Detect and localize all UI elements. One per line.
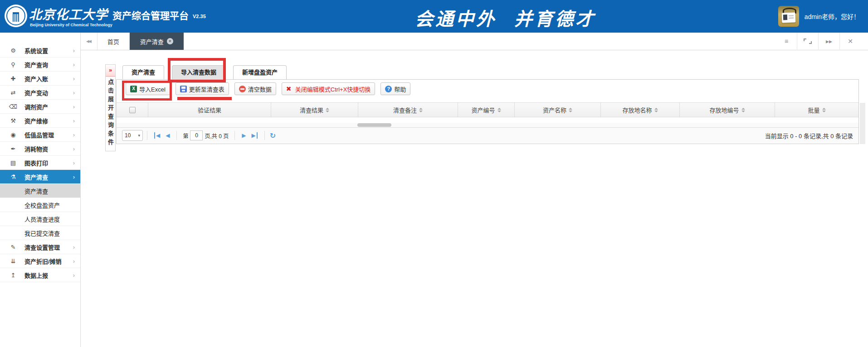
- university-logo-icon: [5, 5, 27, 27]
- divider: [147, 131, 147, 140]
- help-button[interactable]: 帮助: [380, 82, 410, 95]
- chevron-right-icon: ›: [73, 89, 75, 96]
- button-label: 帮助: [394, 85, 406, 93]
- col-location-no[interactable]: 存放地编号: [680, 103, 775, 117]
- subtab-import-check-data[interactable]: 导入清查数据: [172, 65, 225, 79]
- chevron-right-icon: ›: [73, 117, 75, 124]
- app-header: 北京化工大学 Beijing University of Chemical Te…: [0, 0, 868, 33]
- subtab-asset-check[interactable]: 资产清查: [122, 65, 164, 79]
- close-icon[interactable]: ✕: [840, 38, 861, 45]
- record-summary: 当前显示 0 - 0 条记录,共 0 条记录: [765, 131, 853, 140]
- flask-icon: ⚗: [7, 174, 19, 180]
- sidebar-item-data-report[interactable]: ↥ 数据上报 ›: [0, 268, 80, 282]
- sidebar-item-asset-repair[interactable]: ⚒ 资产维修 ›: [0, 114, 80, 128]
- column-label: 存放地名称: [622, 106, 652, 114]
- divider: [234, 131, 235, 140]
- col-location-name[interactable]: 存放地名称: [601, 103, 680, 117]
- sidebar-item-system-settings[interactable]: ⚙ 系统设置 ›: [0, 43, 80, 58]
- sidebar-subitem-asset-check[interactable]: 资产清查: [0, 184, 80, 198]
- menu-icon[interactable]: ≡: [776, 38, 797, 45]
- page-number-input[interactable]: [190, 130, 203, 140]
- next-page-button[interactable]: ▶: [242, 132, 246, 139]
- sidebar-subitem-personnel-check-progress[interactable]: 人员清查进度: [0, 212, 80, 226]
- sidebar-item-asset-transfer[interactable]: ⌫ 调剂资产 ›: [0, 100, 80, 114]
- chevron-right-icon: ›: [73, 244, 75, 251]
- divider: [176, 131, 177, 140]
- sidebar-item-asset-check[interactable]: ⚗ 资产清查 ›: [0, 170, 80, 184]
- sidebar-item-consumables[interactable]: ✒ 消耗物资 ›: [0, 142, 80, 156]
- chevron-right-icon: ›: [73, 61, 75, 68]
- sidebar-item-asset-depreciation[interactable]: ⇊ 资产折旧/摊销 ›: [0, 254, 80, 268]
- last-page-button[interactable]: ▶: [251, 132, 257, 139]
- col-asset-name[interactable]: 资产名称: [515, 103, 601, 117]
- sidebar-label: 资产维修: [24, 116, 48, 125]
- col-asset-no[interactable]: 资产编号: [458, 103, 515, 117]
- col-check-result[interactable]: 清查结果: [271, 103, 358, 117]
- close-edit-mode-button[interactable]: 关闭编辑模式Ctrl+X快捷切换: [282, 82, 375, 95]
- sidebar-label: 资产清查: [24, 173, 48, 181]
- column-label: 资产名称: [543, 106, 566, 114]
- column-label: 资产编号: [471, 106, 495, 114]
- expand-icon[interactable]: [797, 38, 818, 45]
- sort-icon: [326, 108, 329, 112]
- page-size-value: 10: [125, 132, 131, 139]
- page-size-select[interactable]: 10 ▾: [122, 130, 143, 141]
- col-check-remark[interactable]: 清查备注: [358, 103, 458, 117]
- app-version: V2.35: [193, 14, 206, 19]
- search-icon: ⚲: [7, 61, 19, 68]
- scroll-tabs-left-icon[interactable]: ◀◀: [86, 39, 91, 43]
- update-check-table-button[interactable]: 更新至清查表: [176, 82, 229, 95]
- printer-icon: ▤: [7, 159, 19, 166]
- sidebar-label: 低值品管理: [24, 130, 54, 139]
- vertical-scrollbar[interactable]: [860, 103, 865, 144]
- tab-home-label: 首页: [107, 37, 119, 46]
- sort-icon: [654, 108, 658, 112]
- upload-icon: ↥: [7, 272, 19, 279]
- sidebar-item-chart-print[interactable]: ▤ 图表打印 ›: [0, 156, 80, 170]
- university-name-en: Beijing University of Chemical Technolog…: [30, 23, 112, 27]
- sidebar-subitem-campus-surplus-assets[interactable]: 全校盘盈资产: [0, 198, 80, 212]
- subtab-new-surplus-asset[interactable]: 新增盘盈资产: [233, 65, 287, 79]
- user-menu[interactable]: admin老师，您好！: [778, 5, 860, 27]
- col-verify-result[interactable]: 验证结果: [148, 103, 271, 117]
- horizontal-scrollbar-thumb[interactable]: [357, 123, 391, 127]
- pen-icon: ✒: [7, 145, 19, 152]
- sidebar-label: 资产入账: [24, 74, 48, 83]
- save-icon: [180, 86, 187, 92]
- column-label: 存放地编号: [709, 106, 739, 114]
- first-page-button[interactable]: ◀: [154, 132, 160, 139]
- plus-icon: ✚: [7, 75, 19, 82]
- expand-query-vertical-label[interactable]: 点击展开查询条件: [106, 79, 115, 150]
- expand-query-button[interactable]: »: [106, 65, 115, 77]
- prev-page-button[interactable]: ◀: [166, 132, 170, 139]
- sidebar-item-check-settings[interactable]: ✎ 清查设置管理 ›: [0, 240, 80, 254]
- select-all-checkbox[interactable]: [129, 107, 136, 113]
- chevron-right-icon: ›: [73, 145, 75, 152]
- import-excel-button[interactable]: 导入Excel: [126, 82, 170, 95]
- tab-home[interactable]: 首页: [97, 33, 130, 50]
- chevron-right-icon: ›: [73, 131, 75, 138]
- chevron-right-icon: ›: [73, 75, 75, 82]
- sidebar-label: 资产查询: [24, 60, 48, 69]
- clear-data-button[interactable]: 清空数据: [234, 82, 276, 95]
- wrench-icon: ⚒: [7, 117, 19, 124]
- close-tab-icon[interactable]: ✕: [167, 38, 173, 44]
- trash-icon: ⌫: [7, 103, 19, 110]
- sidebar-item-low-value-management[interactable]: ◉ 低值品管理 ›: [0, 128, 80, 142]
- sidebar-item-asset-change[interactable]: ⇄ 资产变动 ›: [0, 86, 80, 100]
- sidebar-item-asset-query[interactable]: ⚲ 资产查询 ›: [0, 58, 80, 72]
- column-label: 批量: [808, 106, 819, 114]
- col-batch[interactable]: 批量: [775, 103, 858, 117]
- tab-asset-check-label: 资产清查: [140, 37, 164, 46]
- red-cross-icon: [286, 86, 293, 92]
- refresh-icon[interactable]: ↻: [270, 131, 276, 140]
- pagination-bar: 10 ▾ ◀ ◀ 第 页,共 0 页 ▶ ▶ ↻ 当前显示 0 - 0 条记录,…: [117, 127, 858, 143]
- sidebar-subitem-my-submitted-check[interactable]: 我已提交清查: [0, 226, 80, 240]
- sidebar-item-asset-entry[interactable]: ✚ 资产入账 ›: [0, 72, 80, 86]
- data-grid-panel: 导入Excel 更新至清查表 清空数据 关闭编辑模式Ctrl+X快捷切换 帮助: [116, 79, 859, 144]
- sidebar-label: 人员清查进度: [24, 215, 60, 223]
- forward-icon[interactable]: ▸▸: [819, 38, 839, 45]
- tab-asset-check[interactable]: 资产清查 ✕: [130, 33, 184, 50]
- button-label: 关闭编辑模式Ctrl+X快捷切换: [295, 85, 371, 93]
- chevron-right-icon: ›: [73, 272, 75, 279]
